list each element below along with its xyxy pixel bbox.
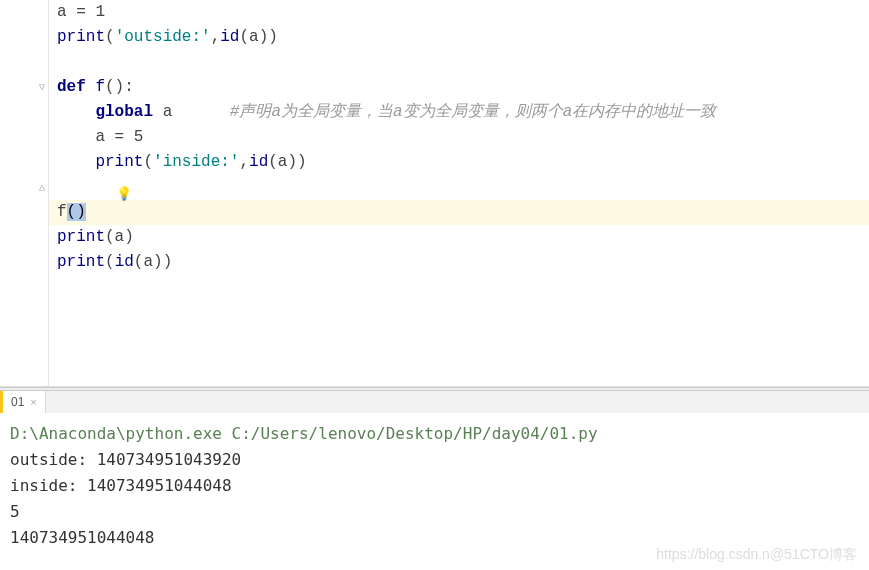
fold-marker-icon[interactable]: △ — [36, 181, 48, 193]
code-line[interactable] — [49, 50, 869, 75]
console-command: D:\Anaconda\python.exe C:/Users/lenovo/D… — [10, 421, 859, 447]
code-panel[interactable]: a = 1print('outside:',id(a))def f(): glo… — [49, 0, 869, 386]
code-line[interactable]: global a #声明a为全局变量，当a变为全局变量，则两个a在内存中的地址一… — [49, 100, 869, 125]
code-line[interactable] — [49, 175, 869, 200]
code-line[interactable]: f()💡 — [49, 200, 869, 225]
lightbulb-icon[interactable]: 💡 — [116, 182, 132, 207]
close-icon[interactable]: × — [30, 391, 36, 413]
tab-label: 01 — [11, 391, 24, 413]
console-tab[interactable]: 01 × — [0, 391, 46, 413]
watermark: https://blog.csdn.n@51CTO博客 — [656, 546, 857, 564]
console-line: 5 — [10, 499, 859, 525]
code-line[interactable]: print('inside:',id(a)) — [49, 150, 869, 175]
console-tab-bar: 01 × — [0, 391, 869, 413]
code-line[interactable]: def f(): — [49, 75, 869, 100]
code-line[interactable]: a = 1 — [49, 0, 869, 25]
console-output[interactable]: D:\Anaconda\python.exe C:/Users/lenovo/D… — [0, 413, 869, 559]
code-line[interactable]: a = 5 — [49, 125, 869, 150]
code-line[interactable]: print(a) — [49, 225, 869, 250]
code-line[interactable]: print('outside:',id(a)) — [49, 25, 869, 50]
code-editor[interactable]: ▽△ a = 1print('outside:',id(a))def f(): … — [0, 0, 869, 387]
code-line[interactable]: print(id(a)) — [49, 250, 869, 275]
console-line: inside: 140734951044048 — [10, 473, 859, 499]
gutter: ▽△ — [0, 0, 49, 386]
console-line: outside: 140734951043920 — [10, 447, 859, 473]
fold-marker-icon[interactable]: ▽ — [36, 81, 48, 93]
